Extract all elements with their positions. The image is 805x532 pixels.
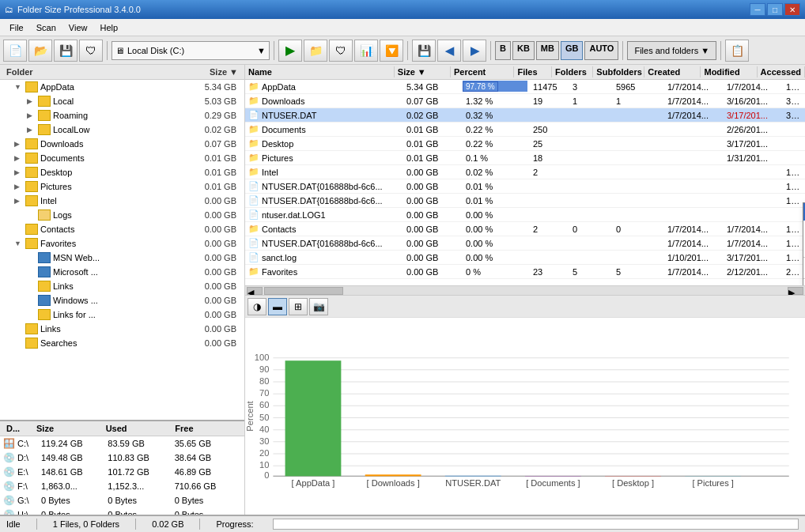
chart-table-button[interactable]: ⊞ [289,298,308,315]
size-b-button[interactable]: B [495,41,511,60]
hscroll-thumb[interactable] [264,287,343,295]
expander-icon[interactable]: ▶ [14,183,25,191]
expander-icon[interactable]: ▶ [14,168,25,176]
tree-item[interactable]: ▶ Documents 0.01 GB [0,151,244,165]
file-row[interactable]: 📁Desktop 0.01 GB 0.22 % 25 3/17/201... [245,137,805,151]
drive-row[interactable]: 💿 D:\ 149.48 GB 110.83 GB 38.64 GB [0,451,244,465]
chart-pie-button[interactable]: ◑ [248,298,266,315]
tree-item[interactable]: Links 0.00 GB [0,279,244,293]
col-accessed[interactable]: Accessed [758,66,805,77]
shield-button[interactable]: 🛡 [79,40,103,62]
col-created[interactable]: Created [644,66,701,77]
tree-item[interactable]: Links for ... 0.00 GB [0,308,244,322]
size-auto-button[interactable]: AUTO [584,41,618,60]
path-dropdown-icon[interactable]: ▼ [257,46,266,55]
nav-fwd-button[interactable]: ▶ [463,40,486,62]
save-button[interactable]: 💾 [54,40,77,62]
size-kb-button[interactable]: KB [512,41,535,60]
tree-item[interactable]: ▶ Local 5.03 GB [0,94,244,108]
tree-item[interactable]: ▼ AppData 5.34 GB [0,80,244,94]
expander-icon[interactable]: ▼ [14,240,25,247]
expander-icon[interactable]: ▶ [14,197,25,205]
shield2-button[interactable]: 🛡 [329,40,353,62]
file-row[interactable]: 📄NTUSER.DAT{016888bd-6c6... 0.00 GB 0.01… [245,179,805,194]
drive-row[interactable]: 💿 G:\ 0 Bytes 0 Bytes 0 Bytes [0,493,244,507]
save2-button[interactable]: 💾 [412,40,436,62]
menu-view[interactable]: View [62,21,94,34]
col-percent[interactable]: Percent [451,66,515,77]
col-name[interactable]: Name [245,66,395,77]
expander-icon[interactable]: ▶ [14,154,25,162]
expander-icon[interactable]: ▶ [27,126,38,134]
tree-item[interactable]: ▶ Desktop 0.01 GB [0,165,244,179]
col-subfolders[interactable]: Subfolders [593,66,644,77]
file-row[interactable]: 📄sanct.log 0.00 GB 0.00 % 1/10/201... 3/… [245,251,805,265]
file-row[interactable]: 📄ntuser.dat.LOG1 0.00 GB 0.00 % [245,208,805,222]
tree-item[interactable]: ▶ LocalLow 0.02 GB [0,123,244,137]
tree-item[interactable]: ▶ Pictures 0.01 GB [0,179,244,194]
export-button[interactable]: 📊 [354,40,378,62]
drive-row[interactable]: 💿 H:\ 0 Bytes 0 Bytes 0 Bytes [0,507,244,515]
expander-icon[interactable]: ▶ [27,97,38,105]
hscroll-left[interactable]: ◀ [247,287,263,295]
expander-icon[interactable]: ▶ [14,140,25,148]
file-list[interactable]: 📁AppData 5.34 GB 97.78 % 11475 3 5965 1/… [245,80,805,285]
file-row[interactable]: 📄NTUSER.DAT{016888bd-6c6... 0.00 GB 0.01… [245,194,805,208]
menu-file[interactable]: File [3,21,30,34]
file-row[interactable]: 📄NTUSER.DAT 0.02 GB 0.32 % 1/7/2014... 3… [245,108,805,123]
hscroll-track[interactable] [264,287,786,295]
open-button[interactable]: 📂 [28,40,52,62]
tree-item[interactable]: Searches 0.00 GB [0,336,244,350]
tree-item[interactable]: ▶ Downloads 0.07 GB [0,137,244,151]
path-combo[interactable]: 🖥 Local Disk (C:) ▼ [111,41,270,60]
filter-button[interactable]: 🔽 [380,40,403,62]
nav-back-button[interactable]: ◀ [437,40,461,62]
file-row[interactable]: 📁Documents 0.01 GB 0.22 % 250 2/26/201..… [245,123,805,137]
expander-icon[interactable]: ▶ [27,111,38,119]
file-row[interactable]: 📁Contacts 0.00 GB 0.00 % 2 0 0 1/7/2014.… [245,222,805,236]
col-size[interactable]: Size ▼ [395,66,451,77]
file-row[interactable]: 📁Intel 0.00 GB 0.02 % 2 1/7/20... [245,165,805,179]
info-button[interactable]: 📋 [725,40,749,62]
close-button[interactable]: ✕ [784,3,800,16]
drive-row[interactable]: 🪟 C:\ 119.24 GB 83.59 GB 35.65 GB [0,436,244,451]
file-row[interactable]: 📄NTUSER.DAT{016888bd-6c6... 0.00 GB 0.00… [245,236,805,251]
horizontal-scrollbar[interactable]: ◀ ▶ [245,285,805,295]
file-row[interactable]: 📁Favorites 0.00 GB 0 % 23 5 5 1/7/2014..… [245,265,805,279]
tree-col-size[interactable]: Size ▼ [186,66,241,77]
tree-col-folder[interactable]: Folder [3,66,186,77]
tree-container[interactable]: ▼ AppData 5.34 GB ▶ Local 5.03 GB ▶ Roa [0,80,244,420]
col-modified[interactable]: Modified [701,66,757,77]
drive-col-size[interactable]: Size [33,423,103,434]
chart-export-button[interactable]: 📷 [309,298,328,315]
chart-bar-button[interactable]: ▬ [268,298,287,315]
tree-item[interactable]: Microsoft ... 0.00 GB [0,265,244,279]
tree-item[interactable]: MSN Web... 0.00 GB [0,251,244,265]
hscroll-right[interactable]: ▶ [788,287,803,295]
size-gb-button[interactable]: GB [561,41,584,60]
tree-item[interactable]: ▶ Intel 0.00 GB [0,194,244,208]
tree-item[interactable]: ▶ Roaming 0.29 GB [0,108,244,123]
drive-col-letter[interactable]: D... [3,423,33,434]
menu-scan[interactable]: Scan [30,21,62,34]
drive-row[interactable]: 💿 E:\ 148.61 GB 101.72 GB 46.89 GB [0,465,244,479]
size-mb-button[interactable]: MB [536,41,559,60]
tree-item[interactable]: Logs 0.00 GB [0,208,244,222]
maximize-button[interactable]: □ [767,3,783,16]
drive-row[interactable]: 💿 F:\ 1,863.0... 1,152.3... 710.66 GB [0,479,244,493]
expander-icon[interactable]: ▼ [14,83,25,91]
tree-item[interactable]: ▼ Favorites 0.00 GB [0,236,244,251]
minimize-button[interactable]: ─ [750,3,765,16]
col-folders[interactable]: Folders [552,66,593,77]
new-button[interactable]: 📄 [3,40,27,62]
tree-item[interactable]: Links 0.00 GB [0,322,244,336]
file-row[interactable]: 📁AppData 5.34 GB 97.78 % 11475 3 5965 1/… [245,80,805,94]
tree-item[interactable]: Windows ... 0.00 GB [0,293,244,308]
drive-col-free[interactable]: Free [172,423,241,434]
play-button[interactable]: ▶ [278,40,302,62]
files-folders-button[interactable]: Files and folders ▼ [627,41,716,60]
drive-col-used[interactable]: Used [103,423,172,434]
menu-help[interactable]: Help [93,21,124,34]
tree-item[interactable]: Contacts 0.00 GB [0,222,244,236]
file-row[interactable]: 📁Downloads 0.07 GB 1.32 % 19 1 1 1/7/201… [245,94,805,108]
